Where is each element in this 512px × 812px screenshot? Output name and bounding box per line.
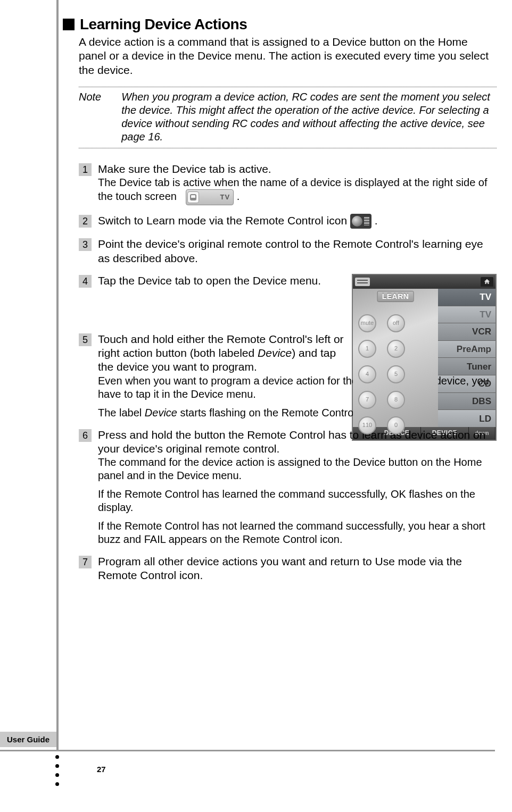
keypad-button: 0: [387, 416, 405, 434]
keypad-button: 4: [358, 365, 376, 383]
step-number: 2: [79, 215, 92, 228]
step-title: Press and hold the button the Remote Con…: [98, 428, 497, 456]
section-heading: Learning Device Actions: [80, 16, 247, 33]
keypad-button: 8: [387, 391, 405, 409]
keypad-button: mute: [358, 314, 376, 332]
step-title: Make sure the Device tab is active.: [98, 162, 497, 176]
step-subtext: If the Remote Control has learned the co…: [98, 488, 497, 514]
step-number: 7: [79, 556, 92, 568]
step-title: Touch and hold either the Remote Control…: [98, 332, 348, 374]
keypad-button: 1: [358, 340, 376, 358]
footer-rule: [0, 750, 495, 751]
step-6: 6 Press and hold the button the Remote C…: [79, 428, 497, 547]
note-block: Note When you program a device action, R…: [79, 87, 497, 148]
steps-list: 1 Make sure the Device tab is active. Th…: [79, 162, 497, 583]
step-subtext-part: The Device tab is active when the name o…: [98, 177, 488, 202]
step-sub-em: Device: [145, 407, 177, 418]
footer-dots-icon: [55, 755, 59, 786]
note-text: When you program a device action, RC cod…: [121, 90, 497, 144]
keypad-button: 7: [358, 391, 376, 409]
learn-badge: LEARN: [377, 291, 414, 303]
step-title-em: Device: [258, 347, 292, 359]
step-title: Tap the Device tab to open the Device me…: [98, 274, 344, 288]
tab-glyph-icon: [187, 191, 199, 203]
screenshot-keypad-area: LEARN mute off 1 2 4 5 7 8 110: [353, 289, 438, 427]
step-number: 4: [79, 275, 92, 288]
step-1: 1 Make sure the Device tab is active. Th…: [79, 162, 497, 205]
screenshot-top-bar: [353, 275, 496, 289]
left-rule: [56, 0, 59, 751]
intro-paragraph: A device action is a command that is ass…: [79, 35, 497, 77]
home-icon: [481, 277, 493, 287]
footer-user-guide-label: User Guide: [0, 732, 56, 747]
step-title-part: Switch to Learn mode via the Remote Cont…: [98, 214, 350, 227]
keypad: mute off 1 2 4 5 7 8 110 0: [358, 314, 406, 436]
menu-item-tv-active: TV: [438, 289, 496, 306]
step-number: 6: [79, 429, 92, 442]
step-number: 3: [79, 238, 92, 251]
step-subtext: If the Remote Control has not learned th…: [98, 520, 497, 546]
step-3: 3 Point the device's original remote con…: [79, 237, 497, 265]
step-subtext: The Device tab is active when the name o…: [98, 176, 497, 205]
step-7: 7 Program all other device actions you w…: [79, 555, 497, 583]
keypad-button: 2: [387, 340, 405, 358]
keypad-button: 5: [387, 365, 405, 383]
step-number: 5: [79, 333, 92, 346]
step-subtext: The command for the device action is ass…: [98, 456, 497, 482]
period: .: [375, 214, 378, 227]
heading-bullet-icon: [63, 19, 75, 30]
step-sub-part: starts flashing on the Remote Control ic…: [177, 407, 382, 418]
step-title: Program all other device actions you wan…: [98, 555, 497, 583]
menu-lines-icon: [355, 278, 370, 286]
note-label: Note: [79, 90, 101, 144]
step-number: 1: [79, 163, 92, 176]
remote-control-icon: [350, 214, 371, 229]
step-title: Point the device's original remote contr…: [98, 237, 497, 265]
keypad-button: 110: [358, 416, 376, 434]
step-title: Switch to Learn mode via the Remote Cont…: [98, 214, 497, 229]
page-content: Learning Device Actions A device action …: [79, 16, 497, 583]
period: .: [237, 190, 240, 202]
menu-item-tv: TV: [438, 306, 496, 324]
step-2: 2 Switch to Learn mode via the Remote Co…: [79, 214, 497, 229]
device-tab-icon: TV: [186, 189, 234, 205]
tab-label: TV: [220, 193, 230, 202]
heading-row: Learning Device Actions: [79, 16, 497, 33]
page-number: 27: [97, 765, 106, 774]
step-sub-part: The label: [98, 407, 145, 418]
keypad-button: off: [387, 314, 405, 332]
